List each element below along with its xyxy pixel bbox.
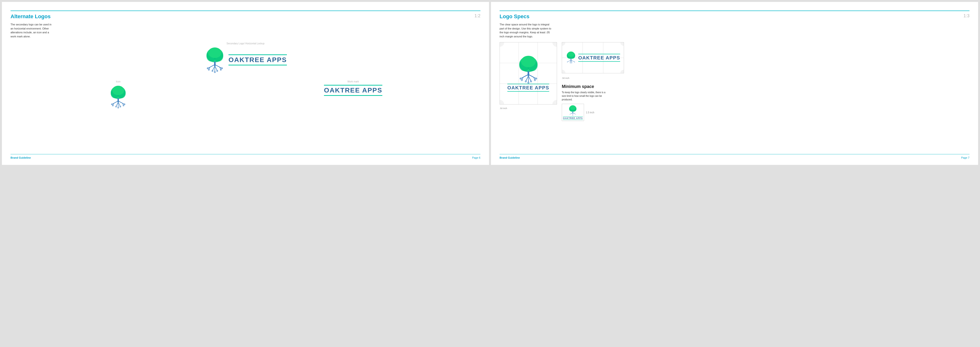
svg-point-57 bbox=[520, 78, 521, 79]
svg-point-64 bbox=[534, 80, 535, 81]
tree-icon-large bbox=[204, 47, 226, 73]
svg-point-53 bbox=[521, 56, 535, 67]
secondary-logo-label: Secondary Logo/ Horizontal Lockup bbox=[227, 42, 264, 45]
svg-rect-54 bbox=[528, 71, 529, 76]
svg-point-59 bbox=[521, 80, 522, 81]
workmark-logo-item: Work mark OAKTREE APPS bbox=[324, 80, 382, 96]
svg-line-60 bbox=[528, 75, 533, 77]
svg-rect-96 bbox=[573, 112, 573, 114]
svg-line-86 bbox=[571, 60, 573, 61]
tree-icon-standalone bbox=[109, 85, 128, 109]
min-brand-text: OAKTREE APPS bbox=[563, 117, 583, 120]
footer-brand-right: Brand Guideline bbox=[500, 156, 520, 159]
left-description: The secondary logo can be used in an hor… bbox=[11, 22, 54, 38]
svg-point-66 bbox=[525, 81, 526, 82]
page-footer-right: Brand Guideline Page 7 bbox=[500, 154, 969, 159]
svg-line-5 bbox=[210, 65, 215, 67]
svg-line-17 bbox=[215, 66, 217, 71]
page-footer-left: Brand Guideline Page 6 bbox=[11, 154, 480, 159]
footer-page-right: Page 7 bbox=[961, 156, 969, 159]
svg-point-37 bbox=[116, 106, 116, 107]
horizontal-logo-section: Secondary Logo/ Horizontal Lockup bbox=[11, 42, 480, 73]
specs-layout: OAKTREE APPS .50 inch bbox=[500, 42, 969, 154]
grid-logo: OAKTREE APPS bbox=[507, 55, 549, 92]
svg-line-89 bbox=[570, 61, 571, 63]
svg-line-38 bbox=[118, 102, 120, 106]
svg-line-10 bbox=[215, 65, 220, 67]
specs-left: OAKTREE APPS .50 inch bbox=[500, 42, 557, 154]
svg-line-67 bbox=[528, 76, 531, 81]
grid-box-medium: OAKTREE APPS bbox=[562, 42, 624, 74]
svg-line-99 bbox=[573, 113, 575, 114]
svg-point-47 bbox=[552, 42, 557, 47]
tree-icon-small bbox=[568, 105, 578, 117]
grid-horizontal-logo: OAKTREE APPS bbox=[566, 51, 620, 64]
svg-point-95 bbox=[570, 105, 576, 110]
page-left: Alternate Logos 1:2 The secondary logo c… bbox=[2, 2, 489, 165]
brand-text-horizontal: OAKTREE APPS bbox=[229, 54, 287, 66]
min-logo-row: OAKTREE APPS 1.5 inch bbox=[562, 104, 624, 121]
medium-brand-text: OAKTREE APPS bbox=[578, 54, 620, 62]
min-space-desc: To keep the logo clearly visible, there … bbox=[562, 91, 609, 101]
page-right: Logo Specs 1:3 The clear space around th… bbox=[491, 2, 978, 165]
right-description: The clear space around the logo is integ… bbox=[500, 22, 552, 38]
svg-point-39 bbox=[120, 106, 121, 107]
page-title-left: Alternate Logos bbox=[11, 13, 51, 20]
svg-line-98 bbox=[570, 114, 571, 114]
svg-point-3 bbox=[208, 48, 221, 58]
icon-label: Icon bbox=[116, 80, 121, 83]
page-header-right: Logo Specs 1:3 bbox=[500, 11, 969, 20]
minimum-space-section: Minimum space To keep the logo clearly v… bbox=[562, 84, 624, 121]
svg-point-77 bbox=[620, 70, 624, 73]
footer-brand-left: Brand Guideline bbox=[11, 156, 31, 159]
svg-line-83 bbox=[568, 60, 571, 61]
svg-line-31 bbox=[118, 101, 123, 103]
horizontal-logo: OAKTREE APPS bbox=[204, 47, 287, 73]
grid-box-large: OAKTREE APPS bbox=[500, 42, 557, 104]
svg-point-68 bbox=[530, 81, 531, 82]
svg-line-65 bbox=[526, 76, 528, 81]
svg-point-76 bbox=[562, 70, 565, 73]
page-title-right: Logo Specs bbox=[500, 13, 530, 20]
svg-point-75 bbox=[620, 42, 624, 46]
svg-point-9 bbox=[208, 69, 210, 70]
footer-page-left: Page 6 bbox=[472, 156, 480, 159]
min-space-title: Minimum space bbox=[562, 84, 624, 89]
page-number-right: 1:3 bbox=[964, 13, 969, 18]
svg-point-30 bbox=[113, 105, 113, 106]
svg-point-35 bbox=[123, 105, 124, 106]
svg-rect-25 bbox=[118, 98, 119, 102]
logo-showcase: Secondary Logo/ Horizontal Lockup bbox=[11, 42, 480, 154]
min-logo-box: OAKTREE APPS bbox=[562, 104, 584, 121]
svg-line-26 bbox=[114, 101, 118, 103]
workmark-label: Work mark bbox=[347, 80, 359, 83]
bottom-logos-row: Icon bbox=[11, 80, 480, 109]
svg-line-36 bbox=[116, 102, 118, 106]
svg-point-41 bbox=[118, 107, 119, 108]
svg-point-62 bbox=[535, 78, 537, 79]
grid-label-1: .50 inch bbox=[500, 107, 557, 110]
svg-point-46 bbox=[500, 42, 504, 47]
svg-point-70 bbox=[528, 82, 529, 83]
svg-point-18 bbox=[217, 70, 218, 72]
svg-line-97 bbox=[571, 113, 573, 114]
svg-point-24 bbox=[112, 86, 124, 95]
svg-line-15 bbox=[212, 66, 215, 71]
grid-brand-text: OAKTREE APPS bbox=[507, 84, 549, 92]
svg-point-49 bbox=[552, 100, 557, 104]
icon-logo-item: Icon bbox=[109, 80, 128, 109]
svg-point-16 bbox=[212, 70, 213, 72]
svg-rect-4 bbox=[214, 62, 216, 66]
svg-point-81 bbox=[568, 51, 574, 57]
tree-icon-grid bbox=[516, 55, 540, 84]
svg-rect-82 bbox=[571, 59, 571, 61]
svg-point-14 bbox=[220, 69, 221, 70]
svg-line-90 bbox=[571, 61, 572, 63]
size-label: 1.5 inch bbox=[586, 111, 594, 114]
specs-right: OAKTREE APPS .50 inch Minimum space To k… bbox=[562, 42, 624, 154]
grid-label-2: .50 inch bbox=[562, 77, 624, 79]
page-number-left: 1:2 bbox=[474, 13, 480, 18]
tree-icon-medium bbox=[566, 51, 576, 64]
svg-point-20 bbox=[215, 72, 216, 73]
svg-point-74 bbox=[562, 42, 565, 46]
